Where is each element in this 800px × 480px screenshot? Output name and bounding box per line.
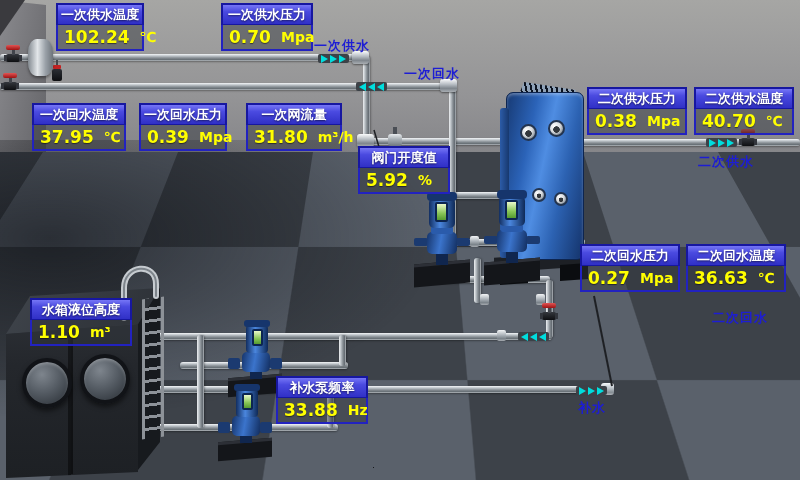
pipe-supply-drop xyxy=(363,56,370,142)
meter-value: 40.70 xyxy=(702,111,756,131)
flow-arrows-right-icon xyxy=(576,386,607,395)
meter-secondary-return-temp: 二次回水温度 36.63℃ xyxy=(686,244,786,292)
pipe-tag-primary-supply: 一次供水 xyxy=(314,37,370,55)
meter-label: 一次供水压力 xyxy=(221,3,313,25)
hx-port-icon xyxy=(554,192,568,206)
flow-arrows-left-icon xyxy=(356,82,387,91)
air-separator xyxy=(28,39,53,76)
meter-value: 102.24 xyxy=(64,27,130,47)
meter-unit: Mpa xyxy=(199,129,232,145)
valve-icon[interactable] xyxy=(1,73,19,90)
flow-arrows-left-icon xyxy=(518,332,549,341)
meter-valve-opening: 阀门开度值 5.92% xyxy=(358,146,450,194)
meter-label: 阀门开度值 xyxy=(358,146,450,168)
tank-hatch-icon xyxy=(22,358,72,408)
meter-label: 二次回水压力 xyxy=(580,244,680,266)
meter-unit: ℃ xyxy=(104,129,121,145)
meter-label: 一次网流量 xyxy=(246,103,342,125)
meter-unit: Hz xyxy=(348,402,368,418)
meter-label: 水箱液位高度 xyxy=(30,298,132,320)
meter-unit: Mpa xyxy=(640,270,673,286)
meter-value: 5.92 xyxy=(366,170,408,190)
flow-arrows-left-icon xyxy=(725,295,756,304)
pipe-tag-secondary-supply: 二次供水 xyxy=(698,153,754,171)
valve-icon[interactable] xyxy=(540,303,558,320)
flow-arrows-right-icon xyxy=(706,138,737,147)
meter-unit: % xyxy=(418,172,432,188)
meter-value: 0.70 xyxy=(229,27,271,47)
circulation-pump-2[interactable] xyxy=(484,188,540,284)
meter-unit: ℃ xyxy=(766,113,783,129)
meter-value: 31.80 xyxy=(254,127,308,147)
pipe-secondary-return-run xyxy=(120,333,552,340)
meter-value: 1.10 xyxy=(38,322,80,342)
meter-primary-supply-temp: 一次供水温度 102.24℃ xyxy=(56,3,144,51)
pipe-tag-primary-return: 一次回水 xyxy=(404,65,460,83)
meter-makeup-pump-freq: 补水泵频率 33.88Hz xyxy=(276,376,368,424)
meter-secondary-supply-pressure: 二次供水压力 0.38Mpa xyxy=(587,87,687,135)
meter-label: 二次供水温度 xyxy=(694,87,794,109)
meter-tank-level: 水箱液位高度 1.10m³ xyxy=(30,298,132,346)
meter-primary-supply-pressure: 一次供水压力 0.70Mpa xyxy=(221,3,313,51)
valve-icon[interactable] xyxy=(4,45,22,62)
meter-secondary-supply-temp: 二次供水温度 40.70℃ xyxy=(694,87,794,135)
meter-value: 0.39 xyxy=(147,127,189,147)
meter-value: 36.63 xyxy=(694,268,748,288)
pipe-tag-secondary-return: 二次回水 xyxy=(712,309,768,327)
meter-unit: Mpa xyxy=(647,113,680,129)
meter-value: 33.88 xyxy=(284,400,338,420)
meter-value: 0.27 xyxy=(588,268,630,288)
meter-unit: m³ xyxy=(90,324,111,340)
control-valve-icon[interactable] xyxy=(386,127,404,146)
pipe-tag-makeup: 补水 xyxy=(578,399,606,417)
meter-primary-flow: 一次网流量 31.80m³/h xyxy=(246,103,342,151)
meter-label: 一次回水温度 xyxy=(32,103,126,125)
hx-port-icon xyxy=(520,124,537,141)
pipe-riser-5 xyxy=(339,335,346,366)
pipe-coupling xyxy=(480,294,489,305)
tank-panel-seam xyxy=(71,328,73,474)
meter-unit: ℃ xyxy=(758,270,775,286)
hmi-scene: 一次供水 一次回水 二次供水 二次回水 补水 一次供水温度 102.24℃ 一次… xyxy=(0,0,800,480)
pipe-coupling xyxy=(470,236,479,247)
meter-label: 一次回水压力 xyxy=(139,103,227,125)
meter-label: 二次供水压力 xyxy=(587,87,687,109)
meter-label: 一次供水温度 xyxy=(56,3,144,25)
meter-label: 二次回水温度 xyxy=(686,244,786,266)
meter-unit: Mpa xyxy=(281,29,314,45)
meter-value: 0.38 xyxy=(595,111,637,131)
meter-unit: m³/h xyxy=(318,129,354,145)
meter-label: 补水泵频率 xyxy=(276,376,368,398)
makeup-pump-2[interactable] xyxy=(216,384,276,458)
pipe-coupling xyxy=(497,330,506,341)
flow-arrows-right-icon xyxy=(318,54,349,63)
meter-value: 37.95 xyxy=(40,127,94,147)
meter-unit: ℃ xyxy=(140,29,157,45)
pipe-riser-4 xyxy=(197,335,204,428)
meter-secondary-return-pressure: 二次回水压力 0.27Mpa xyxy=(580,244,680,292)
tank-hatch-icon xyxy=(80,354,130,404)
meter-primary-return-pressure: 一次回水压力 0.39Mpa xyxy=(139,103,227,151)
meter-primary-return-temp: 一次回水温度 37.95℃ xyxy=(32,103,126,151)
hx-port-icon xyxy=(548,120,565,137)
circulation-pump-1[interactable] xyxy=(414,190,470,286)
